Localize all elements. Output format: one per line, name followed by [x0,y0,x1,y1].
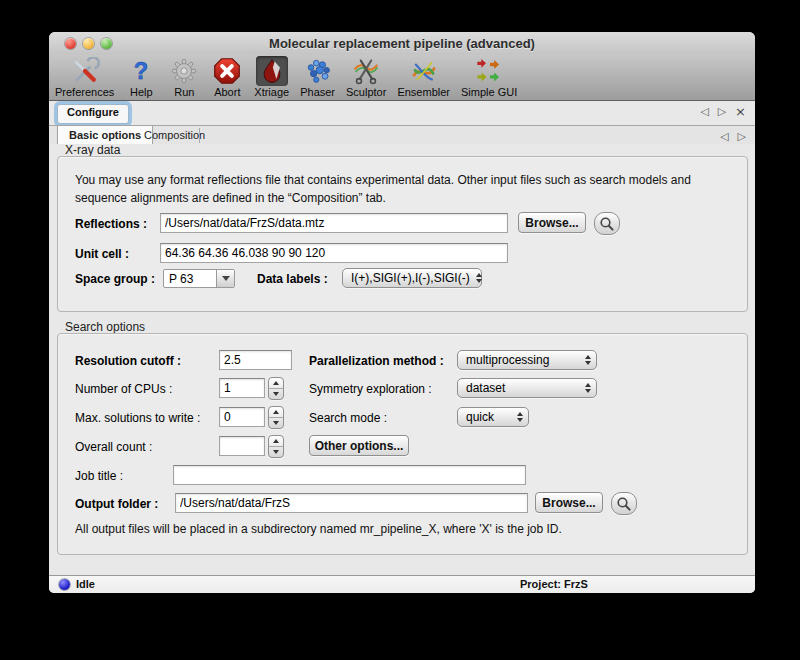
tab-composition[interactable]: Composition [133,126,216,144]
scissors-icon [350,56,382,86]
data-labels-label: Data labels : [257,272,328,286]
app-window: Molecular replacement pipeline (advanced… [49,32,755,593]
toolbar-item-simple-gui[interactable]: Simple GUI [461,56,517,98]
overall-count-label: Overall count : [75,440,152,454]
ribbon-tangle-icon [408,56,440,86]
search-group-label: Search options [65,320,145,334]
nav-forward-icon[interactable]: ▷ [718,105,726,118]
search-mode-value: quick [466,410,494,424]
status-bar: Idle Project: FrzS [49,575,755,593]
reflections-browse-button[interactable]: Browse... [518,212,586,233]
overall-count-input[interactable] [219,436,265,456]
tabs-nav-forward-icon[interactable]: ▷ [738,130,746,143]
toolbar-label: Help [130,86,153,98]
toolbar-item-preferences[interactable]: Preferences [55,56,114,98]
toolbar-label: Simple GUI [461,86,517,98]
output-note: All output files will be placed in a sub… [75,522,562,536]
title-bar: Molecular replacement pipeline (advanced… [49,32,755,56]
parallelization-label: Parallelization method : [309,354,444,368]
window-title: Molecular replacement pipeline (advanced… [49,36,755,51]
status-indicator-icon [59,579,70,590]
symmetry-value: dataset [466,381,505,395]
toolbar-item-ensembler[interactable]: Ensembler [397,56,450,98]
toolbar-label: Ensembler [397,86,450,98]
chevron-down-icon[interactable] [216,270,234,287]
job-title-input[interactable] [173,465,526,485]
molecule-icon [302,56,334,86]
toolbar-label: Preferences [55,86,114,98]
num-cpus-label: Number of CPUs : [75,382,172,396]
max-solutions-stepper[interactable] [268,406,284,429]
toolbar: Preferences ? Help [49,55,755,101]
output-folder-label: Output folder : [75,497,158,511]
toolbar-label: Sculptor [346,86,386,98]
toolbar-label: Xtriage [254,86,289,98]
symmetry-popup[interactable]: dataset [457,378,597,398]
reflections-label: Reflections : [75,217,147,231]
toolbar-label: Abort [214,86,240,98]
arrows-grid-icon [473,56,505,86]
parallelization-popup[interactable]: multiprocessing [457,350,597,370]
toolbar-item-phaser[interactable]: Phaser [300,56,335,98]
toolbar-item-run[interactable]: Run [168,56,200,98]
tools-icon [69,56,101,86]
toolbar-label: Run [174,86,194,98]
configure-tab[interactable]: Configure [57,104,129,124]
toolbar-item-xtriage[interactable]: Xtriage [254,56,289,98]
popup-arrows-icon [585,355,591,365]
popup-arrows-icon [517,412,523,422]
tabs-nav-back-icon[interactable]: ◁ [720,130,728,143]
red-drop-icon [256,56,288,86]
xray-group-label: X-ray data [65,143,120,157]
toolbar-item-abort[interactable]: Abort [211,56,243,98]
reflections-search-icon[interactable] [594,212,620,235]
status-text: Idle [76,578,95,590]
svg-text:?: ? [134,58,148,84]
max-solutions-input[interactable] [219,407,265,427]
xray-description: You may use any format reflections file … [75,171,723,207]
tab-divider [199,128,200,143]
space-group-combo[interactable]: P 63 [163,269,235,288]
output-folder-input[interactable] [175,493,528,513]
space-group-label: Space group : [75,272,155,286]
output-folder-browse-button[interactable]: Browse... [535,492,603,513]
popup-arrows-icon [585,383,591,393]
symmetry-label: Symmetry exploration : [309,382,432,396]
resolution-cutoff-label: Resolution cutoff : [75,354,181,368]
output-folder-search-icon[interactable] [611,492,637,515]
reflections-input[interactable] [160,213,508,233]
resolution-cutoff-input[interactable] [219,350,292,370]
stop-x-icon [211,56,243,86]
search-mode-popup[interactable]: quick [457,407,529,427]
tab-strip: Basic options Composition ◁ ▷ [49,125,755,145]
overall-count-stepper[interactable] [268,435,284,458]
question-icon: ? [125,56,157,86]
num-cpus-input[interactable] [219,378,265,398]
search-mode-label: Search mode : [309,411,387,425]
toolbar-item-help[interactable]: ? Help [125,56,157,98]
toolbar-label: Phaser [300,86,335,98]
project-label: Project: FrzS [520,578,588,590]
toolbar-item-sculptor[interactable]: Sculptor [346,56,386,98]
popup-arrows-icon [476,273,482,283]
close-tab-icon[interactable]: × [735,106,746,117]
other-options-button[interactable]: Other options... [309,435,409,456]
job-title-label: Job title : [75,469,123,483]
unit-cell-label: Unit cell : [75,247,129,261]
data-labels-popup[interactable]: I(+),SIGI(+),I(-),SIGI(-) [342,268,482,288]
max-solutions-label: Max. solutions to write : [75,411,200,425]
parallelization-value: multiprocessing [466,353,549,367]
space-group-value: P 63 [164,270,216,287]
data-labels-value: I(+),SIGI(+),I(-),SIGI(-) [351,271,470,285]
num-cpus-stepper[interactable] [268,377,284,400]
nav-back-icon[interactable]: ◁ [700,105,708,118]
unit-cell-input[interactable] [160,243,508,263]
configure-row: Configure ◁ ▷ × [49,102,755,125]
gear-icon [168,56,200,86]
